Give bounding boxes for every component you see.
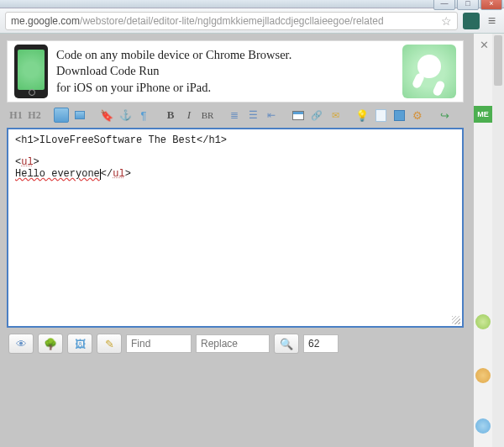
tag-button[interactable]: 🔖 xyxy=(99,108,114,123)
find-input[interactable] xyxy=(126,334,192,353)
search-button[interactable]: 🔍 xyxy=(274,334,299,354)
editor-toolbar: H1 H2 🔖 ⚓ ¶ B I BR ≣ ☰ ⇤ 🔗 ✉ 💡 ⚙ xyxy=(7,103,464,128)
image-view-button[interactable]: 🖼 xyxy=(67,334,92,354)
phone-icon xyxy=(14,45,48,98)
bold-button[interactable]: B xyxy=(163,108,178,123)
paragraph-button[interactable]: ¶ xyxy=(136,108,151,123)
page-content: ME ✕ Code on any mobile device or Chrome… xyxy=(0,34,504,447)
link-button[interactable]: 🔗 xyxy=(309,108,324,123)
window-minimize-button[interactable]: — xyxy=(433,0,455,10)
url-host: me.google.com xyxy=(11,15,80,27)
outdent-button[interactable]: ⇤ xyxy=(264,108,279,123)
window-titlebar: — □ × xyxy=(0,0,504,8)
ordered-list-button[interactable]: ≣ xyxy=(227,108,242,123)
browser-address-bar: me.google.com/webstore/detail/editor-lit… xyxy=(0,8,504,34)
url-input[interactable]: me.google.com/webstore/detail/editor-lit… xyxy=(5,12,458,30)
share-button[interactable]: ↪ xyxy=(437,108,452,123)
anchor-button[interactable]: ⚓ xyxy=(118,108,133,123)
format-wand-button[interactable]: ✎ xyxy=(97,334,122,354)
table-button[interactable] xyxy=(291,108,306,123)
banner-line-1: Code on any mobile device or Chrome Brow… xyxy=(56,47,394,64)
page-scrollbar[interactable] xyxy=(492,34,504,447)
linebreak-button[interactable]: BR xyxy=(200,108,215,123)
highlight-button[interactable]: 💡 xyxy=(354,108,370,123)
code-editor-textarea[interactable]: <h1>ILoveFreeSoftware The Best</h1> <ul>… xyxy=(7,128,464,328)
overlay-close-button[interactable]: ✕ xyxy=(480,39,489,51)
email-button[interactable]: ✉ xyxy=(328,108,343,123)
editor-app-panel: Code on any mobile device or Chrome Brow… xyxy=(7,40,464,360)
runner-logo-icon xyxy=(402,45,456,98)
chrome-menu-icon[interactable]: ≡ xyxy=(485,13,499,29)
window-close-button[interactable]: × xyxy=(480,0,502,10)
new-document-button[interactable] xyxy=(373,108,388,123)
window-maximize-button[interactable]: □ xyxy=(457,0,479,10)
replace-input[interactable] xyxy=(196,334,270,353)
heading2-button[interactable]: H2 xyxy=(27,108,42,123)
settings-button[interactable]: ⚙ xyxy=(410,108,425,123)
resize-handle-icon[interactable] xyxy=(452,316,460,324)
extension-icon[interactable] xyxy=(463,13,480,29)
side-decoration-icon xyxy=(475,314,491,329)
side-decoration-icon xyxy=(475,418,491,434)
insert-image-button[interactable] xyxy=(54,108,69,123)
character-count-field[interactable] xyxy=(303,334,339,353)
promo-banner[interactable]: Code on any mobile device or Chrome Brow… xyxy=(7,40,464,103)
heading1-button[interactable]: H1 xyxy=(8,108,24,123)
unordered-list-button[interactable]: ☰ xyxy=(245,108,260,123)
side-decoration-icon xyxy=(475,368,491,383)
webstore-badge: ME xyxy=(474,106,492,123)
editor-line: <h1>ILoveFreeSoftware The Best</h1> xyxy=(15,134,455,146)
banner-text: Code on any mobile device or Chrome Brow… xyxy=(56,47,394,97)
save-button[interactable] xyxy=(391,108,407,123)
tree-view-button[interactable]: 🌳 xyxy=(38,334,63,354)
editor-line: Hello everyone</ul> xyxy=(15,168,455,180)
preview-button[interactable]: 👁 xyxy=(8,334,34,354)
image-settings-button[interactable] xyxy=(72,108,87,123)
banner-line-3: for iOS on your iPhone or iPad. xyxy=(56,80,394,97)
bookmark-star-icon[interactable]: ☆ xyxy=(436,14,452,28)
editor-bottom-toolbar: 👁 🌳 🖼 ✎ 🔍 xyxy=(7,328,464,360)
editor-blank-line xyxy=(15,146,455,156)
banner-line-2: Download Code Run xyxy=(56,63,394,80)
url-path: /webstore/detail/editor-lite/nglgdmkkiem… xyxy=(80,15,384,27)
italic-button[interactable]: I xyxy=(181,108,197,123)
webstore-side-strip xyxy=(474,34,492,447)
editor-line: <ul> xyxy=(15,156,455,168)
